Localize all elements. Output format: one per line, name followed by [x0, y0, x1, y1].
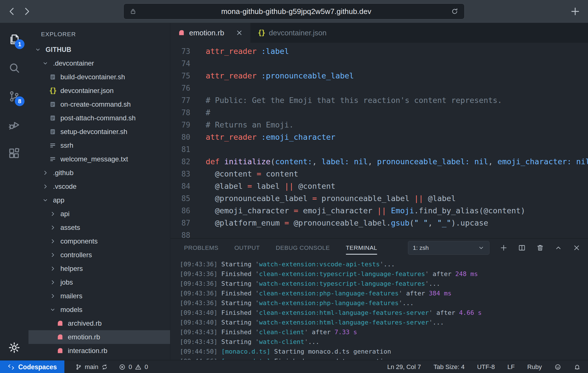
activity-search[interactable]	[0, 54, 28, 82]
code-line-78[interactable]: 78#	[170, 106, 588, 119]
code-line-80[interactable]: 80attr_reader :emoji_character	[170, 131, 588, 143]
tree-item-emotion-rb[interactable]: emotion.rb	[28, 330, 170, 344]
editor-tab-devcontainer-json[interactable]: {}devcontainer.json	[250, 23, 334, 43]
cursor-position[interactable]: Ln 29, Col 7	[387, 363, 421, 371]
activity-extensions[interactable]	[0, 139, 28, 168]
tree-item-mailers[interactable]: mailers	[28, 289, 170, 303]
tree-item-ssrh[interactable]: ssrh	[28, 139, 170, 152]
kill-terminal-icon[interactable]	[536, 244, 544, 252]
tree-item-post-attach-command-sh[interactable]: post-attach-command.sh	[28, 111, 170, 125]
tree-item-helpers[interactable]: helpers	[28, 262, 170, 275]
panel-tab-terminal[interactable]: TERMINAL	[346, 239, 377, 257]
activity-source-control[interactable]: 8	[0, 82, 28, 111]
editor-tab-bar: emotion.rb{}devcontainer.json	[170, 23, 588, 43]
split-terminal-icon[interactable]	[518, 244, 526, 252]
line-number: 84	[170, 182, 206, 190]
tree-item--github[interactable]: .github	[28, 166, 170, 180]
tree-item--vscode[interactable]: .vscode	[28, 180, 170, 193]
close-icon[interactable]	[236, 29, 243, 37]
code-line-85[interactable]: 85 @pronounceable_label = pronounceable_…	[170, 192, 588, 204]
terminal-line-5: [09:43:36] Starting 'watch-extension:php…	[180, 298, 588, 308]
notifications[interactable]	[574, 364, 581, 370]
doc-file-icon	[48, 73, 58, 81]
refresh-icon[interactable]	[451, 7, 459, 15]
close-panel-icon[interactable]	[573, 244, 581, 252]
code-line-81[interactable]: 81	[170, 143, 588, 155]
forward-icon[interactable]	[21, 6, 32, 17]
address-bar[interactable]: mona-github-github-g59jpq2w5w7.github.de…	[123, 3, 465, 19]
line-number: 75	[170, 72, 206, 80]
encoding-status[interactable]: UTF-8	[477, 363, 495, 371]
code-line-75[interactable]: 75attr_reader :pronounceable_label	[170, 70, 588, 82]
line-number: 78	[170, 108, 206, 117]
code-line-87[interactable]: 87 @platform_enum = @pronounceable_label…	[170, 217, 588, 229]
indentation-status[interactable]: Tab Size: 4	[434, 363, 465, 371]
terminal-shell-select[interactable]: 1: zsh	[408, 241, 489, 255]
code-line-76[interactable]: 76	[170, 82, 588, 94]
tree-item-api[interactable]: api	[28, 207, 170, 221]
tree-item-assets[interactable]: assets	[28, 221, 170, 234]
tree-item-label: mailers	[60, 292, 82, 300]
new-tab-icon[interactable]	[570, 6, 581, 17]
code-line-88[interactable]: 88	[170, 229, 588, 238]
tree-item-label: post-attach-command.sh	[60, 114, 136, 122]
back-icon[interactable]	[6, 6, 18, 17]
tree-item-label: build-devcontainer.sh	[60, 73, 125, 81]
tree-item-devcontainer-json[interactable]: {}devcontainer.json	[28, 84, 170, 98]
tree-item-label: setup-devcontainer.sh	[60, 128, 127, 136]
tree-item-components[interactable]: components	[28, 234, 170, 248]
tree-item-build-devcontainer-sh[interactable]: build-devcontainer.sh	[28, 70, 170, 84]
code-line-79[interactable]: 79# Returns an Emoji.	[170, 119, 588, 131]
editor-tab-emotion-rb[interactable]: emotion.rb	[170, 23, 250, 43]
activity-explorer[interactable]: 1	[0, 25, 28, 54]
feedback-smiley[interactable]	[554, 364, 561, 370]
chevron-right-icon	[40, 182, 50, 191]
terminal-output[interactable]: [09:43:36] Starting 'watch-extension:vsc…	[170, 257, 588, 360]
code-text: attr_reader :label	[206, 47, 289, 56]
tree-item-github[interactable]: GITHUB	[28, 43, 170, 56]
maximize-panel-icon[interactable]	[554, 244, 562, 252]
tree-item-on-create-command-sh[interactable]: on-create-command.sh	[28, 98, 170, 111]
tree-item-welcome-message-txt[interactable]: welcome_message.txt	[28, 152, 170, 166]
panel-tab-problems[interactable]: PROBLEMS	[184, 239, 219, 257]
tree-item--devcontainer[interactable]: .devcontainer	[28, 56, 170, 70]
problems-status[interactable]: 0 0	[119, 363, 148, 371]
explorer-title: EXPLORER	[28, 23, 170, 43]
line-number: 77	[170, 96, 206, 105]
tab-label: emotion.rb	[189, 29, 224, 37]
lines-file-icon	[48, 141, 58, 150]
branch-status[interactable]: main	[75, 363, 108, 371]
ruby-file-icon	[55, 319, 65, 328]
new-terminal-icon[interactable]	[500, 244, 508, 252]
code-line-74[interactable]: 74	[170, 57, 588, 70]
code-area[interactable]: 73attr_reader :label7475attr_reader :pro…	[170, 43, 588, 238]
code-line-73[interactable]: 73attr_reader :label	[170, 45, 588, 57]
code-line-83[interactable]: 83 @content = content	[170, 168, 588, 180]
settings-gear-icon[interactable]	[8, 341, 21, 354]
tree-item-setup-devcontainer-sh[interactable]: setup-devcontainer.sh	[28, 125, 170, 139]
code-line-77[interactable]: 77# Public: Get the Emoji that this reac…	[170, 94, 588, 106]
tree-item-jobs[interactable]: jobs	[28, 275, 170, 289]
tree-item-models[interactable]: models	[28, 303, 170, 317]
smiley-icon	[554, 364, 561, 370]
tree-item-label: controllers	[60, 251, 92, 259]
tree-item-label: models	[60, 306, 82, 314]
remote-indicator[interactable]: Codespaces	[0, 360, 64, 373]
tree-item-controllers[interactable]: controllers	[28, 248, 170, 262]
chevron-down-icon	[40, 59, 50, 68]
panel-tab-debug-console[interactable]: DEBUG CONSOLE	[276, 239, 330, 257]
line-number: 79	[170, 121, 206, 129]
tree-item-label: welcome_message.txt	[60, 155, 128, 163]
code-line-86[interactable]: 86 @emoji_character = emoji_character ||…	[170, 204, 588, 217]
tree-item-app[interactable]: app	[28, 193, 170, 207]
tree-item-archived-rb[interactable]: archived.rb	[28, 317, 170, 330]
tree-item-label: app	[53, 196, 64, 204]
eol-status[interactable]: LF	[507, 363, 515, 371]
code-line-82[interactable]: 82def initialize(content:, label: nil, p…	[170, 155, 588, 168]
tree-item-label: api	[60, 210, 70, 218]
language-mode[interactable]: Ruby	[527, 363, 542, 371]
activity-run-debug[interactable]	[0, 111, 28, 139]
tree-item-interaction-rb[interactable]: interaction.rb	[28, 344, 170, 358]
panel-tab-output[interactable]: OUTPUT	[234, 239, 260, 257]
code-line-84[interactable]: 84 @label = label || @content	[170, 180, 588, 192]
